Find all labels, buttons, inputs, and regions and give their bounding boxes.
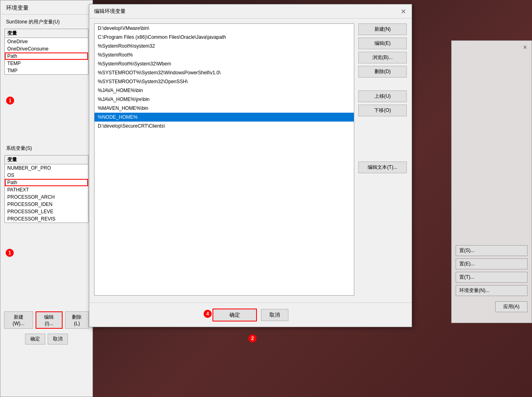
delete-l-button[interactable]: 删除(L) (65, 311, 89, 329)
user-var-row-path[interactable]: Path (5, 53, 88, 60)
env-bottom-area: 新建(W)... 编辑(I)... 删除(L) 确定 取消 (0, 308, 93, 349)
system-table-header-var: 变量 (7, 156, 17, 163)
new-w-button[interactable]: 新建(W)... (4, 311, 33, 329)
move-down-button[interactable]: 下移(O) (358, 105, 407, 116)
edit-text-button[interactable]: 编辑文本(T)... (358, 162, 407, 173)
env-final-buttons: 确定 取消 (0, 332, 93, 349)
dialog-cancel-button[interactable]: 取消 (261, 309, 288, 321)
sys-var-row-proc-arch[interactable]: PROCESSOR_ARCH (5, 193, 88, 201)
path-item-5[interactable]: %SYSTEMROOT%\System32\WindowsPowerShell\… (95, 68, 354, 77)
right-bg-window: ✕ 置(S)... 置(E)... 置(T)... 环境变量(N)... 应用(… (451, 40, 532, 323)
env-ok-button[interactable]: 确定 (25, 334, 45, 344)
sys-var-row-os[interactable]: OS (5, 172, 88, 179)
path-item-10[interactable]: %NODE_HOME% (95, 113, 354, 122)
edit-env-dialog: 编辑环境变量 ✕ D:\develop\VMware\bin\ C:\Progr… (89, 4, 412, 327)
user-variables-table: 变量 OneDrive OneDriveConsume Path TEMP TM… (4, 29, 88, 75)
path-item-7[interactable]: %JAVA_HOME%\bin (95, 86, 354, 95)
sys-var-row-path[interactable]: Path (5, 179, 88, 186)
right-window-close[interactable]: ✕ (522, 44, 528, 50)
user-var-row-temp[interactable]: TEMP (5, 60, 88, 67)
right-btn-env[interactable]: 环境变量(N)... (456, 285, 528, 296)
path-item-11[interactable]: D:\develop\SecureCRT\Clients\ (95, 122, 354, 130)
user-section-label: SunStone 的用户变量(U) (0, 15, 93, 27)
path-item-3[interactable]: %SystemRoot% (95, 50, 354, 59)
step4-badge: 4 (204, 310, 212, 318)
dialog-ok-button[interactable]: 确定 (212, 309, 257, 321)
sys-var-row-proc-revis[interactable]: PROCESSOR_REVIS (5, 215, 88, 223)
dialog-titlebar: 编辑环境变量 ✕ (89, 4, 412, 19)
path-listbox[interactable]: D:\develop\VMware\bin\ C:\Program Files … (94, 23, 354, 296)
step1-system-badge: 1 (6, 249, 14, 257)
user-var-row-onedriveconsume[interactable]: OneDriveConsume (5, 45, 88, 53)
sys-var-row-number[interactable]: NUMBER_OF_PRO (5, 164, 88, 172)
new-n-button[interactable]: 新建(N) (358, 23, 407, 35)
system-section-label: 系统变量(S) (0, 141, 93, 153)
right-action-buttons: 新建(N) 编辑(E) 浏览(B)... 删除(D) 上移(U) 下移(O) 编… (358, 23, 407, 296)
edit-i-button[interactable]: 编辑(I)... (36, 311, 63, 329)
browse-b-button[interactable]: 浏览(B)... (358, 52, 407, 63)
step2-badge: 2 (248, 334, 257, 342)
move-up-button[interactable]: 上移(U) (358, 90, 407, 102)
path-item-6[interactable]: %SYSTEMROOT%\System32\OpenSSH\ (95, 77, 354, 86)
dialog-bottom-buttons: 4 确定 取消 (89, 302, 412, 327)
path-item-0[interactable]: D:\develop\VMware\bin\ (95, 24, 354, 33)
right-btn-1[interactable]: 置(S)... (456, 245, 528, 256)
path-item-1[interactable]: C:\Program Files (x86)\Common Files\Orac… (95, 33, 354, 42)
user-table-header-var: 变量 (7, 30, 17, 37)
env-cancel-button[interactable]: 取消 (48, 334, 68, 344)
dialog-content: D:\develop\VMware\bin\ C:\Program Files … (89, 19, 412, 300)
path-item-2[interactable]: %SystemRoot%\system32 (95, 42, 354, 50)
user-var-row-onedrive[interactable]: OneDrive (5, 38, 88, 45)
apply-button[interactable]: 应用(A) (495, 301, 528, 312)
system-variables-table: 变量 NUMBER_OF_PRO OS Path PATHEXT PROCESS… (4, 155, 88, 223)
right-window-buttons: 置(S)... 置(E)... 置(T)... 环境变量(N)... (456, 245, 528, 298)
path-item-9[interactable]: %MAVEN_HOME%\bin (95, 104, 354, 113)
user-var-row-tmp[interactable]: TMP (5, 67, 88, 74)
dialog-title: 编辑环境变量 (94, 8, 126, 15)
path-item-8[interactable]: %JAVA_HOME%\jre\bin (95, 95, 354, 104)
path-item-4[interactable]: %SystemRoot%\System32\Wbem (95, 59, 354, 68)
user-table-header: 变量 (5, 29, 88, 38)
right-btn-2[interactable]: 置(E)... (456, 258, 528, 269)
system-table-header: 变量 (5, 155, 88, 164)
env-window-title: 环境变量 (0, 0, 93, 15)
right-btn-3[interactable]: 置(T)... (456, 272, 528, 283)
delete-d-button[interactable]: 删除(D) (358, 66, 407, 78)
edit-e-button[interactable]: 编辑(E) (358, 38, 407, 49)
step1-badge: 1 (6, 97, 14, 105)
ok-btn-container: 4 确定 (212, 309, 257, 321)
sys-var-row-pathext[interactable]: PATHEXT (5, 186, 88, 193)
path-item-10-container: 3 %NODE_HOME% (95, 113, 354, 122)
sys-var-row-proc-iden[interactable]: PROCESSOR_IDEN (5, 201, 88, 208)
sys-var-row-proc-leve[interactable]: PROCESSOR_LEVE (5, 208, 88, 215)
env-user-bottom-buttons: 新建(W)... 编辑(I)... 删除(L) (0, 308, 93, 332)
dialog-close-button[interactable]: ✕ (400, 8, 407, 15)
